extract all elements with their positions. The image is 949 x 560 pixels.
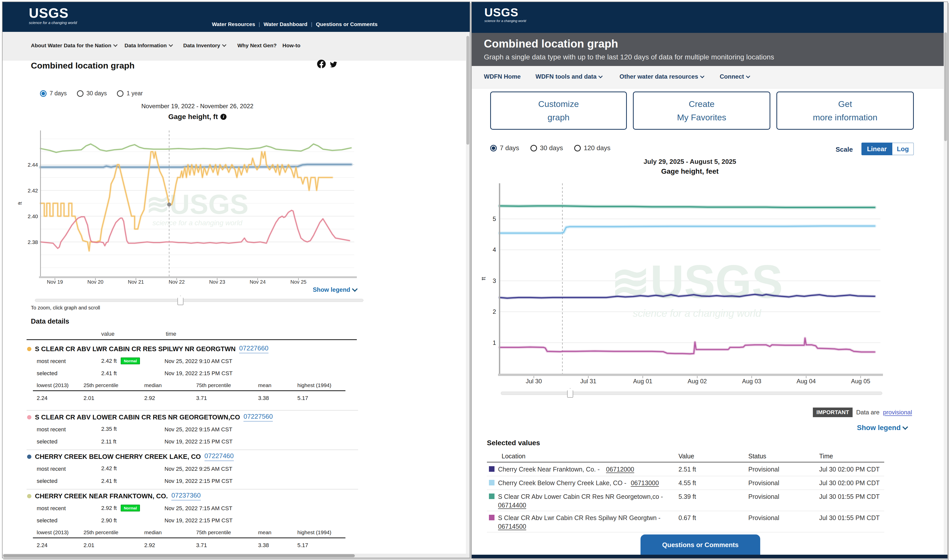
column-header-value: Value (679, 452, 694, 460)
chart-title-text: Gage height, feet (661, 168, 719, 175)
time-slider-track[interactable] (35, 299, 363, 302)
radio-label: 120 days (584, 144, 611, 152)
stat-header: lowest (2013) (37, 529, 69, 535)
svg-text:2.40: 2.40 (28, 213, 38, 219)
stat-value: 2.92 (144, 542, 155, 549)
time-range-radios: 7 days 30 days 1 year (40, 90, 143, 97)
page-title: Combined location graph (484, 37, 618, 50)
stat-value: 5.17 (297, 395, 308, 402)
selected-label: selected (37, 478, 57, 485)
left-horizontal-scrollbar[interactable] (3, 554, 470, 558)
site-id-link[interactable]: 06713000 (631, 479, 659, 487)
most-recent-label: most recent (37, 505, 66, 512)
details-divider (26, 339, 357, 340)
radio-option[interactable]: 30 days (531, 144, 563, 152)
value-cell: 0.67 ft (679, 514, 696, 522)
stat-header: median (144, 529, 162, 535)
right-hydrograph-chart[interactable]: 12345≋USGSscience for a changing worldJu… (482, 179, 900, 385)
usgs-logo[interactable]: USGS science for a changing world (485, 6, 526, 23)
chart-title-text: Gage height, ft (168, 113, 218, 121)
radio-circle (117, 90, 123, 97)
site-id-link[interactable]: 07237360 (171, 491, 201, 501)
radio-option[interactable]: 30 days (77, 90, 107, 97)
radio-option[interactable]: 1 year (117, 90, 143, 97)
nav-item[interactable]: WDFN tools and data (535, 73, 602, 80)
site-id-link[interactable]: 06714500 (498, 523, 526, 530)
nav-item[interactable]: How-to (282, 43, 300, 49)
scale-linear-toggle[interactable]: Linear (861, 143, 892, 155)
value-cell: 4.55 ft (679, 479, 696, 487)
time-slider-thumb[interactable] (177, 295, 184, 305)
site-id-link[interactable]: 06714400 (498, 502, 526, 509)
stat-value: 5.17 (297, 542, 308, 549)
get-more-information-button[interactable]: Getmore information (776, 92, 914, 130)
facebook-icon[interactable] (317, 60, 326, 68)
svg-text:Nov 22: Nov 22 (168, 279, 185, 285)
usgs-tagline: science for a changing world (29, 21, 77, 25)
stat-header: median (144, 382, 162, 388)
svg-text:Nov 21: Nov 21 (128, 279, 144, 285)
show-legend-label: Show legend (313, 286, 350, 293)
nav-item[interactable]: Data Inventory (183, 43, 226, 49)
header-link[interactable]: Water Resources (212, 21, 255, 27)
header-link[interactable]: Water Dashboard (264, 21, 307, 27)
usgs-logo[interactable]: USGS science for a changing world (29, 6, 77, 25)
table-row: S Clear CR Abv Lower Cabin CR Res NR Geo… (487, 490, 884, 511)
provisional-link[interactable]: provisional (883, 409, 912, 416)
radio-label: 7 days (500, 144, 519, 152)
header-link[interactable]: Questions or Comments (316, 21, 378, 27)
nav-item[interactable]: Connect (720, 73, 750, 80)
customize-graph-button[interactable]: Customizegraph (490, 92, 627, 130)
twitter-icon[interactable] (329, 60, 338, 69)
show-legend-label: Show legend (857, 424, 901, 432)
radio-circle (531, 145, 537, 151)
svg-text:3: 3 (493, 277, 496, 284)
selected-time: Nov 19, 2022 2:15 PM CST (165, 478, 233, 485)
site-id-link[interactable]: 07227460 (204, 452, 234, 461)
right-vertical-scrollbar[interactable] (944, 2, 947, 555)
stat-value: 2.92 (144, 395, 155, 402)
nav-item[interactable]: About Water Data for the Nation (31, 43, 117, 49)
most-recent-label: most recent (37, 358, 66, 365)
time-cell: Jul 30 02:00 PM CDT (819, 466, 880, 473)
nav-item[interactable]: Other water data resources (619, 73, 704, 80)
radio-label: 30 days (540, 144, 563, 152)
selected-label: selected (37, 370, 57, 377)
time-slider-thumb[interactable] (567, 388, 573, 398)
selected-time: Nov 19, 2022 2:15 PM CST (165, 438, 233, 445)
location-name: Cherry Creek Below Cherry Creek Lake, CO… (498, 479, 626, 487)
site-id-link[interactable]: 06712000 (606, 466, 634, 473)
site-id-link[interactable]: 07227660 (239, 345, 268, 354)
column-header-status: Status (748, 452, 766, 460)
radio-option[interactable]: 7 days (40, 90, 67, 97)
nav-item[interactable]: Data Information (125, 43, 172, 49)
show-legend-link[interactable]: Show legend (857, 424, 907, 432)
radio-circle (574, 145, 581, 151)
nav-item[interactable]: WDFN Home (484, 73, 520, 80)
svg-text:Nov 24: Nov 24 (250, 279, 265, 285)
stat-value: 3.38 (258, 542, 269, 549)
create-my-favorites-button[interactable]: CreateMy Favorites (633, 92, 770, 130)
value-column-header: value (101, 331, 115, 337)
stat-value: 2.01 (83, 542, 94, 549)
left-vertical-scrollbar[interactable] (466, 32, 470, 554)
show-legend-link[interactable]: Show legend (313, 286, 357, 293)
info-icon[interactable]: i (221, 114, 227, 120)
stat-header: highest (1994) (297, 529, 331, 535)
location-name: S CLEAR CR ABV LWR CABIN CR RES SPILWY N… (35, 345, 236, 353)
location-name: S CLEAR CR ABV LOWER CABIN CR RES NR GEO… (35, 413, 240, 421)
scale-log-toggle[interactable]: Log (892, 143, 914, 155)
left-hydrograph-chart[interactable]: 2.382.402.422.44≋USGSscience for a chang… (18, 125, 362, 290)
site-id-link[interactable]: 07227560 (244, 412, 273, 422)
radio-option[interactable]: 7 days (490, 144, 519, 152)
desktop: USGS science for a changing world Water … (0, 0, 949, 560)
location-name: Cherry Creek Near Franktown, Co. - (498, 466, 600, 473)
svg-text:5: 5 (493, 215, 496, 222)
nav-item[interactable]: Why Next Gen? (238, 43, 276, 49)
time-slider-track[interactable] (501, 392, 882, 395)
provisional-note: IMPORTANT Data are provisional (813, 408, 912, 417)
radio-option[interactable]: 120 days (574, 144, 611, 152)
stat-value: 2.24 (37, 542, 48, 549)
important-badge: IMPORTANT (813, 408, 853, 417)
svg-text:2: 2 (493, 308, 496, 315)
